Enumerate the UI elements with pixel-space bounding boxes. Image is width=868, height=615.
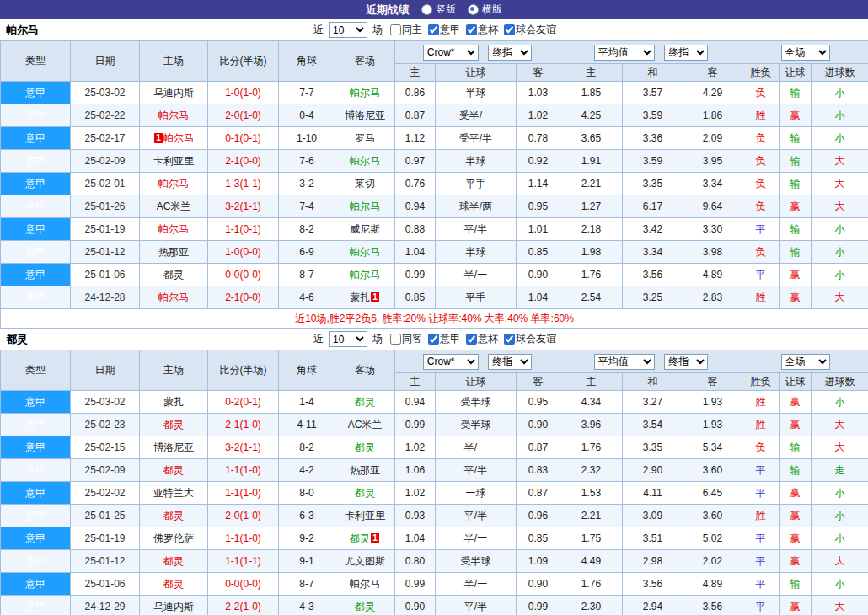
asian-index-select[interactable]: 终指 [488, 45, 532, 61]
corner-cell: 7-4 [279, 195, 335, 218]
handicap-result-cell: 输 [780, 218, 812, 241]
date-cell: 25-02-09 [71, 459, 140, 482]
win-loss-cell: 平 [742, 596, 780, 615]
euro-index-select[interactable]: 终指 [664, 354, 708, 370]
score-cell: 2-0(1-0) [208, 505, 279, 527]
col-header-score: 比分(半场) [208, 41, 279, 82]
team-label: 帕尔马 [158, 223, 189, 235]
view-option-horizontal[interactable]: 横版 [468, 3, 502, 17]
corner-cell: 6-9 [279, 241, 335, 264]
friendly-label: 球会友谊 [516, 332, 556, 346]
euro-draw-odds-cell: 6.17 [623, 195, 683, 218]
league-option-friendly[interactable]: 球会友谊 [500, 332, 556, 346]
radio-horizontal-icon[interactable] [468, 4, 479, 15]
asian-away-odds-cell: 0.85 [517, 241, 560, 264]
match-count-select[interactable]: 10 [329, 22, 367, 38]
same-venue-option[interactable]: 同主 [386, 23, 422, 37]
away-team-cell: 都灵 [335, 436, 395, 459]
asian-away-odds-cell: 1.03 [517, 82, 560, 104]
league-option-serie-a[interactable]: 意甲 [424, 332, 460, 346]
handicap-result-cell: 赢 [780, 550, 812, 573]
league-type-cell: 意甲 [1, 286, 71, 309]
match-row: 意甲25-01-26AC米兰3-2(1-1)7-4帕尔马0.94球半/两0.95… [1, 195, 868, 218]
date-cell: 25-02-15 [71, 436, 140, 459]
euro-draw-odds-cell: 3.36 [623, 127, 683, 150]
score-cell: 1-0(1-0) [208, 82, 279, 104]
score-cell: 1-3(1-1) [208, 173, 279, 195]
goals-result-cell: 小 [812, 241, 868, 264]
team-label: 博洛尼亚 [345, 110, 385, 121]
friendly-checkbox[interactable] [504, 24, 515, 35]
serie-a-checkbox[interactable] [428, 24, 439, 35]
euro-average-select[interactable]: 平均值 [594, 45, 655, 61]
coppa-checkbox[interactable] [466, 334, 477, 345]
asian-away-odds-cell: 0.87 [517, 482, 560, 505]
league-type-cell: 意甲 [1, 482, 71, 505]
league-option-coppa[interactable]: 意杯 [462, 332, 498, 346]
match-row: 意甲25-03-02乌迪内斯1-0(1-0)7-7帕尔马0.86半球1.031.… [1, 82, 868, 104]
team-label: 尤文图斯 [345, 555, 385, 567]
radio-vertical-icon[interactable] [421, 4, 432, 15]
asian-bookmaker-select[interactable]: Crow* [423, 354, 479, 370]
euro-index-select[interactable]: 终指 [664, 45, 708, 61]
asian-bookmaker-select[interactable]: Crow* [423, 45, 479, 61]
team-label: 乌迪内斯 [153, 87, 194, 99]
euro-away-odds-cell: 3.30 [683, 218, 742, 241]
team-label: 帕尔马 [350, 269, 380, 281]
league-option-friendly[interactable]: 球会友谊 [500, 23, 556, 37]
filter-row: 帕尔马 近 10 场 同主 意甲 意杯 球会友谊 [0, 19, 868, 40]
home-team-cell: 亚特兰大 [140, 482, 208, 505]
subcol-handicap-result: 让球 [780, 64, 812, 82]
serie-a-label: 意甲 [440, 332, 460, 346]
score-cell: 0-0(0-0) [208, 573, 279, 596]
euro-average-select[interactable]: 平均值 [594, 354, 655, 370]
home-team-cell: 帕尔马 [140, 286, 208, 309]
win-loss-cell: 平 [742, 264, 780, 286]
team-label: 蒙扎 [350, 291, 370, 303]
handicap-cell: 平/半 [436, 505, 517, 527]
euro-away-odds-cell: 9.64 [683, 195, 742, 218]
team-label: 帕尔马 [158, 291, 189, 303]
scope-select[interactable]: 全场 [781, 45, 830, 61]
team-label: 莱切 [355, 178, 375, 190]
col-header-date: 日期 [71, 41, 140, 82]
euro-draw-odds-cell: 4.11 [623, 482, 683, 505]
home-team-cell: 都灵 [140, 550, 208, 573]
score-cell: 1-1(1-0) [208, 459, 279, 482]
home-team-cell: 帕尔马 [140, 104, 208, 127]
away-team-cell: 蒙扎1 [335, 286, 395, 309]
euro-home-odds-cell: 2.54 [560, 286, 623, 309]
score-cell: 1-1(1-0) [208, 527, 279, 550]
win-loss-cell: 负 [742, 436, 780, 459]
match-row: 意甲25-01-12热那亚1-0(0-0)6-9帕尔马1.04半球0.851.9… [1, 241, 868, 264]
same-venue-checkbox[interactable] [390, 24, 401, 35]
asian-index-select[interactable]: 终指 [488, 354, 532, 370]
same-venue-checkbox[interactable] [390, 334, 401, 345]
win-loss-cell: 负 [742, 241, 780, 264]
scope-select[interactable]: 全场 [781, 354, 830, 370]
date-cell: 25-01-12 [71, 550, 140, 573]
handicap-result-cell: 输 [780, 241, 812, 264]
handicap-cell: 受平/半 [436, 127, 517, 150]
serie-a-checkbox[interactable] [428, 334, 439, 345]
date-cell: 24-12-28 [71, 286, 140, 309]
euro-away-odds-cell: 3.34 [683, 173, 742, 195]
asian-away-odds-cell: 0.90 [517, 573, 560, 596]
team-label: 热那亚 [350, 464, 380, 476]
team-label: 帕尔马 [350, 578, 380, 590]
subcol-euro-draw: 和 [623, 373, 683, 391]
asian-home-odds-cell: 0.86 [395, 82, 436, 104]
col-header-home: 主场 [140, 41, 208, 82]
league-option-serie-a[interactable]: 意甲 [424, 23, 460, 37]
same-venue-option[interactable]: 同客 [386, 332, 422, 346]
col-header-type: 类型 [1, 350, 71, 391]
euro-odds-header: 平均值 终指 [560, 350, 742, 373]
handicap-cell: 一球 [436, 482, 517, 505]
view-option-vertical[interactable]: 竖版 [421, 3, 456, 17]
date-cell: 25-02-01 [71, 173, 140, 195]
league-option-coppa[interactable]: 意杯 [462, 23, 498, 37]
coppa-checkbox[interactable] [466, 24, 477, 35]
match-count-select[interactable]: 10 [329, 331, 367, 347]
euro-draw-odds-cell: 3.51 [623, 527, 683, 550]
friendly-checkbox[interactable] [504, 334, 515, 345]
